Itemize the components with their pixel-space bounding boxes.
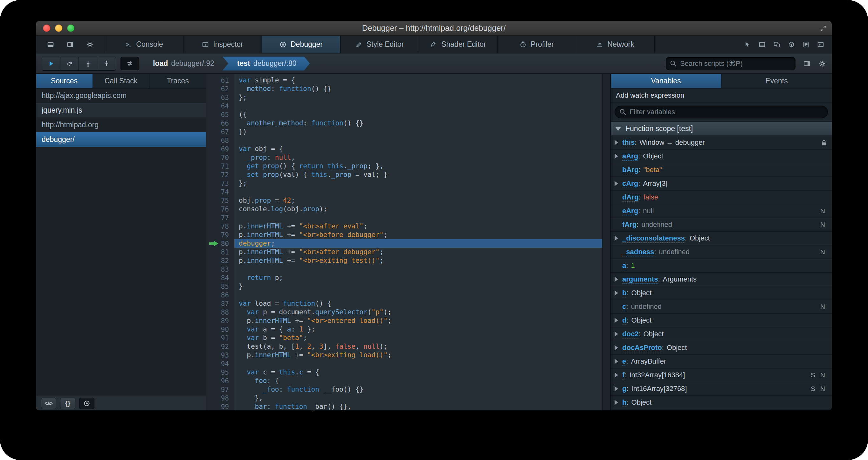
variable-row[interactable]: b:Object [611,286,832,300]
variable-name[interactable]: arguments [622,275,658,284]
editor-scrollbar[interactable] [602,74,611,410]
toolbox-options-gear-icon[interactable] [82,38,98,51]
tab-sources[interactable]: Sources [36,74,93,88]
source-file[interactable]: debugger/ [36,132,206,147]
variable-row[interactable]: cArg:Array[3] [611,177,832,191]
dock-side-button[interactable] [62,38,79,51]
variable-name[interactable]: d [622,316,626,325]
code-line[interactable]: return p; [239,274,602,282]
variable-value[interactable]: Int16Array[32768] [631,384,687,393]
step-in-button[interactable] [79,57,97,70]
variable-row[interactable]: _disconsolateness:Object [611,232,832,245]
variable-value[interactable]: "beta" [643,166,662,174]
code-line[interactable]: var p = document.querySelector("p"); [239,308,602,317]
line-number[interactable]: 65 [206,110,234,119]
code-line[interactable]: ({ [239,110,602,119]
variable-row[interactable]: eArg:nullN [611,204,832,218]
variable-value[interactable]: Arguments [663,275,696,283]
variable-value[interactable]: Object [631,316,652,324]
variable-row[interactable]: g:Int16Array[32768]S N [611,382,832,396]
code-line[interactable] [239,265,602,274]
variable-value[interactable]: null [643,207,654,215]
code-line[interactable] [239,188,602,196]
source-group[interactable]: http://ajax.googleapis.com [36,88,206,103]
line-number[interactable]: 96 [206,377,234,385]
expander-icon[interactable] [615,154,618,159]
tab-variables[interactable]: Variables [611,74,721,88]
line-number[interactable]: 91 [206,334,234,342]
tab-events[interactable]: Events [721,74,832,88]
step-over-button[interactable] [60,57,79,70]
expander-icon[interactable] [615,345,618,350]
variable-value[interactable]: undefined [641,221,672,229]
code-line[interactable]: another_method: function() {} [239,119,602,127]
variable-value[interactable]: ArrayBuffer [631,357,666,366]
line-number[interactable]: 73 [206,179,234,188]
line-number[interactable]: 61 [206,76,234,85]
breadcrumb-frame-load[interactable]: load debugger/:92 [145,57,222,70]
code-line[interactable]: var obj = { [239,145,602,153]
code-line[interactable] [239,136,602,145]
variable-name[interactable]: g [622,384,626,393]
tab-profiler[interactable]: Profiler [498,36,576,53]
line-number[interactable]: 68 [206,136,234,145]
line-number[interactable]: 86 [206,291,234,299]
variable-name[interactable]: bArg [622,166,639,174]
variable-name[interactable]: eArg [622,207,638,215]
variable-row[interactable]: a:1 [611,259,832,272]
panel-toggle-button[interactable] [803,60,811,67]
code-line-current[interactable]: debugger; [234,239,602,248]
variable-value[interactable]: Object [631,289,652,297]
variable-value[interactable]: 1 [631,261,634,270]
line-number[interactable]: 64 [206,102,234,110]
code-line[interactable] [239,102,602,110]
variable-row[interactable]: f:Int32Array[16384]S N [611,368,832,382]
variable-name[interactable]: b [622,289,626,297]
code-line[interactable]: var load = function() { [239,299,602,308]
line-number[interactable]: 84 [206,274,234,282]
line-number[interactable]: 95 [206,368,234,377]
line-number[interactable]: 76 [206,205,234,213]
variable-name[interactable]: f [622,371,624,379]
code-line[interactable]: p.innerHTML += "<br>exiting load()"; [239,351,602,360]
line-number[interactable]: 70 [206,153,234,162]
variable-value[interactable]: false [643,193,658,201]
variable-name[interactable]: this [622,138,634,147]
variable-row[interactable]: c:undefinedN [611,300,832,314]
line-number[interactable]: 83 [206,265,234,274]
code-line[interactable]: p.innerHTML += "<br>after eval"; [239,222,602,231]
step-out-button[interactable] [97,57,116,70]
line-number[interactable]: 78 [206,222,234,231]
variable-row[interactable]: doc2:Object [611,327,832,341]
variable-value[interactable]: Window → debugger [640,138,705,147]
tab-style-editor[interactable]: Style Editor [341,36,419,53]
variable-row[interactable]: fArg:undefinedN [611,218,832,232]
line-number[interactable]: 89 [206,317,234,325]
line-number[interactable]: 92 [206,342,234,351]
variable-name[interactable]: doc2 [622,330,639,339]
variable-value[interactable]: Object [667,344,687,352]
code-line[interactable]: foo: { [239,377,602,385]
developer-toolbar-button[interactable] [817,41,824,48]
scripts-search-box[interactable] [666,57,796,70]
responsive-design-button[interactable] [773,41,780,48]
code-line[interactable]: p.innerHTML += "<br>before debugger"; [239,231,602,239]
code-line[interactable]: test(a, b, [1, 2, 3], false, null); [239,342,602,351]
line-number[interactable]: 80 [206,239,234,248]
debugger-options-gear-icon[interactable] [818,60,826,67]
variable-row[interactable]: d:Object [611,314,832,327]
variable-row[interactable]: docAsProto:Object [611,341,832,355]
line-number[interactable]: 98 [206,394,234,402]
expander-icon[interactable] [615,400,618,405]
code-line[interactable]: p.innerHTML += "<br>entered load()"; [239,317,602,325]
code-line[interactable]: } [239,282,602,291]
variable-row[interactable]: _sadness:undefinedN [611,245,832,259]
variable-name[interactable]: aArg [622,152,638,161]
code-line[interactable]: bar: function _bar() {}, [239,402,602,410]
tab-console[interactable]: Console [105,36,183,53]
variable-row[interactable]: bArg:"beta" [611,163,832,177]
variable-value[interactable]: undefined [631,303,662,311]
titlebar[interactable]: Debugger – http://htmlpad.org/debugger/ [36,21,832,36]
line-number[interactable]: 69 [206,145,234,153]
close-window-button[interactable] [43,25,50,32]
